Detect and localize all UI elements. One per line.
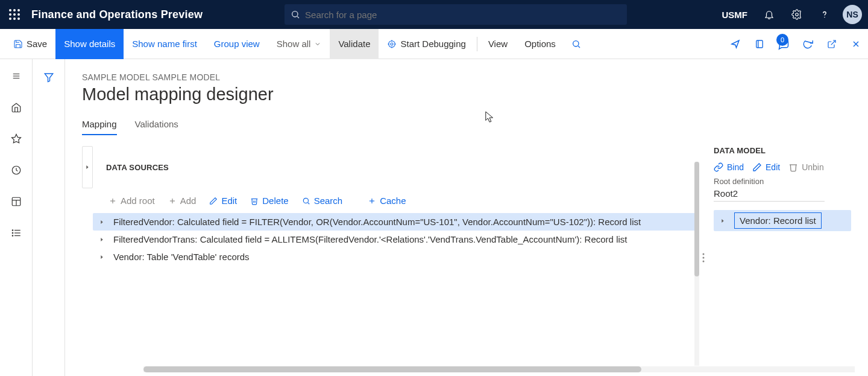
data-model-label: Vendor: Record list [734,212,822,229]
search-icon [571,39,581,49]
data-source-types-expander[interactable] [82,146,93,188]
svg-line-48 [307,202,309,204]
view-button[interactable]: View [480,29,516,59]
plus-icon [108,197,117,205]
apps-button[interactable] [747,29,772,59]
user-avatar[interactable]: NS [843,5,862,24]
view-label: View [488,39,508,49]
svg-marker-57 [722,219,723,223]
company-picker[interactable]: USMF [716,10,754,20]
delete-label: Delete [262,196,288,206]
open-new-window-icon [827,39,837,49]
find-button[interactable] [564,29,588,59]
pencil-icon [752,162,762,172]
edit-button[interactable]: Edit [209,196,237,206]
data-source-row[interactable]: FilteredVendorTrans: Calculated field = … [93,231,699,248]
global-search-input[interactable] [305,10,621,20]
bind-button[interactable]: Bind [714,162,744,172]
caret-right-icon[interactable] [96,254,107,260]
svg-marker-21 [732,40,739,48]
add-root-button[interactable]: Add root [108,196,155,206]
star-icon [11,133,22,144]
toolbar-separator [477,37,477,51]
svg-point-5 [17,13,20,16]
caret-right-icon[interactable] [96,219,107,225]
scrollbar-thumb[interactable] [143,366,641,372]
pop-out-button[interactable] [820,29,844,59]
tab-validations[interactable]: Validations [135,116,178,135]
nav-expand-button[interactable] [3,63,30,89]
filter-button[interactable] [39,68,58,87]
settings-button[interactable] [785,0,809,29]
svg-point-47 [303,198,308,203]
data-model-title: DATA MODEL [714,146,851,155]
vertical-scrollbar[interactable] [694,162,699,366]
svg-point-8 [17,18,20,20]
search-button[interactable]: Search [302,196,343,206]
save-button[interactable]: Save [5,29,55,59]
column-splitter[interactable] [699,146,708,369]
options-button[interactable]: Options [516,29,564,59]
page-title: Model mapping designer [82,84,851,104]
edit-model-button[interactable]: Edit [752,162,780,172]
validate-button[interactable]: Validate [330,29,379,59]
show-all-dropdown[interactable]: Show all [268,29,330,59]
help-icon [819,9,830,20]
svg-line-10 [297,16,299,18]
svg-point-7 [13,18,16,20]
svg-point-13 [391,43,393,45]
plus-icon [368,197,376,205]
svg-rect-22 [756,40,763,48]
data-source-row[interactable]: FilteredVendor: Calculated field = FILTE… [93,213,699,231]
pencil-icon [209,197,218,205]
data-source-row[interactable]: Vendor: Table 'VendTable' records [93,248,699,266]
global-search[interactable] [285,4,627,25]
svg-point-1 [13,9,16,11]
caret-right-icon [84,164,90,170]
nav-modules[interactable] [3,220,30,246]
close-icon [851,39,861,49]
caret-right-icon[interactable] [96,237,107,243]
start-debugging-button[interactable]: Start Debugging [379,29,474,59]
svg-line-20 [578,46,580,48]
root-definition-value[interactable]: Root2 [714,186,825,202]
add-button[interactable]: Add [168,196,197,206]
validate-label: Validate [338,39,370,49]
hamburger-icon [11,72,22,80]
save-icon [13,39,23,49]
svg-marker-53 [101,255,102,259]
close-button[interactable] [844,29,868,59]
delete-button[interactable]: Delete [250,196,288,206]
show-details-button[interactable]: Show details [55,29,124,59]
scrollbar-thumb[interactable] [694,162,699,276]
share-button[interactable] [723,29,747,59]
home-icon [11,102,22,113]
data-source-label: FilteredVendorTrans: Calculated field = … [113,234,627,244]
svg-marker-30 [11,135,20,143]
svg-point-54 [703,253,705,255]
svg-point-14 [389,40,395,47]
product-title: Finance and Operations Preview [29,8,203,21]
caret-right-icon[interactable] [717,218,728,224]
search-icon [302,197,310,205]
group-view-button[interactable]: Group view [206,29,268,59]
cache-button[interactable]: Cache [368,196,406,206]
data-source-label: Vendor: Table 'VendTable' records [113,252,250,262]
unbind-button[interactable]: Unbin [788,162,824,172]
help-button[interactable] [813,0,837,29]
svg-point-38 [12,230,13,231]
show-name-first-button[interactable]: Show name first [124,29,206,59]
tab-mapping[interactable]: Mapping [82,116,117,135]
data-source-label: FilteredVendor: Calculated field = FILTE… [113,217,641,227]
nav-home[interactable] [3,94,30,121]
nav-favorites[interactable] [3,126,30,152]
notifications-button[interactable] [757,0,781,29]
link-icon [714,162,723,172]
app-launcher-button[interactable] [0,0,29,29]
data-model-row[interactable]: Vendor: Record list [714,210,851,231]
horizontal-scrollbar[interactable] [143,366,855,372]
nav-workspaces[interactable] [3,188,30,215]
nav-recent[interactable] [3,157,30,183]
messages-button[interactable]: 0 [772,29,796,59]
refresh-button[interactable] [796,29,820,59]
